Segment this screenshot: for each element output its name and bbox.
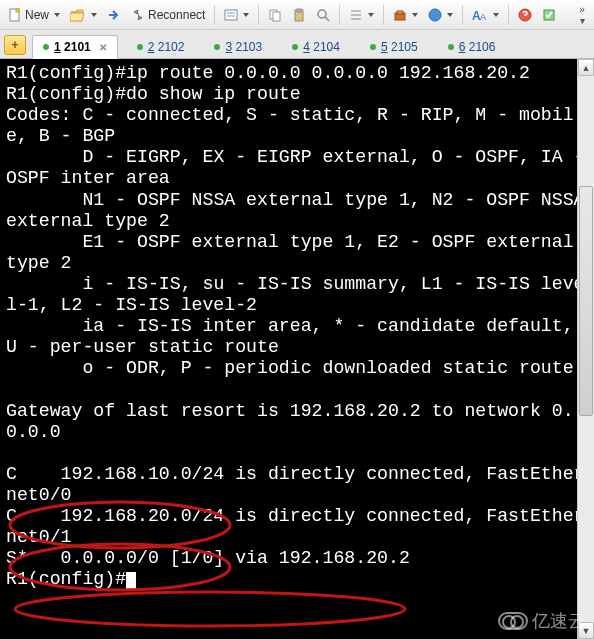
- open-button[interactable]: [66, 6, 101, 24]
- new-button-label: New: [25, 8, 49, 22]
- tab-2[interactable]: 2 2102: [126, 35, 196, 58]
- separator: [462, 5, 463, 25]
- tab-4[interactable]: 4 2104: [281, 35, 351, 58]
- dropdown-icon: [412, 13, 418, 17]
- copy-icon: [268, 8, 282, 22]
- search-icon: [316, 8, 330, 22]
- svg-rect-1: [16, 9, 19, 12]
- tab-3[interactable]: 3 2103: [203, 35, 273, 58]
- check-button[interactable]: [538, 6, 560, 24]
- separator: [339, 5, 340, 25]
- dropdown-icon: [54, 13, 60, 17]
- separator: [258, 5, 259, 25]
- terminal-cursor: [126, 572, 136, 589]
- scroll-track[interactable]: [578, 76, 594, 622]
- help-button[interactable]: [514, 6, 536, 24]
- dropdown-icon: [447, 13, 453, 17]
- dropdown-icon: [493, 13, 499, 17]
- folder-open-icon: [70, 8, 86, 22]
- globe-icon: [428, 8, 442, 22]
- svg-rect-8: [297, 9, 301, 12]
- check-icon: [542, 8, 556, 22]
- globe-button[interactable]: [424, 6, 457, 24]
- svg-rect-6: [273, 12, 280, 21]
- svg-line-10: [325, 17, 329, 21]
- svg-rect-15: [397, 11, 403, 14]
- tools-button[interactable]: [389, 6, 422, 24]
- status-dot-icon: [214, 44, 220, 50]
- toolbox-icon: [393, 8, 407, 22]
- dropdown-icon: [243, 13, 249, 17]
- svg-point-9: [318, 10, 326, 18]
- font-button[interactable]: AA: [468, 6, 503, 24]
- svg-point-16: [429, 9, 441, 21]
- find-button[interactable]: [312, 6, 334, 24]
- scroll-thumb[interactable]: [579, 186, 593, 416]
- status-dot-icon: [43, 44, 49, 50]
- dropdown-icon: [368, 13, 374, 17]
- status-dot-icon: [292, 44, 298, 50]
- help-icon: [518, 8, 532, 22]
- terminal[interactable]: R1(config)#ip route 0.0.0.0 0.0.0.0 192.…: [0, 59, 594, 639]
- reconnect-button[interactable]: Reconnect: [127, 6, 209, 24]
- toolbar-overflow[interactable]: »▾: [574, 4, 590, 26]
- new-button[interactable]: New: [4, 6, 64, 24]
- forward-button[interactable]: [103, 6, 125, 24]
- main-toolbar: New Reconnect AA: [0, 0, 594, 30]
- properties-icon: [224, 8, 238, 22]
- add-tab-button[interactable]: +: [4, 35, 26, 55]
- options-button[interactable]: [345, 6, 378, 24]
- scroll-up-button[interactable]: ▲: [578, 59, 594, 76]
- reconnect-label: Reconnect: [148, 8, 205, 22]
- separator: [508, 5, 509, 25]
- font-icon: AA: [472, 8, 488, 22]
- tab-1[interactable]: 1 2101 ✕: [32, 35, 118, 59]
- new-file-icon: [8, 8, 22, 22]
- separator: [383, 5, 384, 25]
- list-icon: [349, 8, 363, 22]
- dropdown-icon: [91, 13, 97, 17]
- status-dot-icon: [137, 44, 143, 50]
- close-tab-icon[interactable]: ✕: [99, 42, 107, 53]
- paste-button[interactable]: [288, 6, 310, 24]
- properties-button[interactable]: [220, 6, 253, 24]
- terminal-pane: R1(config)#ip route 0.0.0.0 0.0.0.0 192.…: [0, 59, 594, 639]
- scroll-down-button[interactable]: ▼: [578, 622, 594, 639]
- tab-5[interactable]: 5 2105: [359, 35, 429, 58]
- scrollbar: ▲ ▼: [577, 59, 594, 639]
- copy-button[interactable]: [264, 6, 286, 24]
- status-dot-icon: [370, 44, 376, 50]
- paste-icon: [292, 8, 306, 22]
- status-dot-icon: [448, 44, 454, 50]
- tab-bar: + 1 2101 ✕ 2 2102 3 2103 4 2104 5 2105 6…: [0, 30, 594, 59]
- svg-rect-2: [225, 10, 237, 20]
- tab-6[interactable]: 6 2106: [437, 35, 507, 58]
- svg-text:A: A: [480, 12, 486, 22]
- reconnect-icon: [131, 8, 145, 22]
- arrow-right-icon: [107, 8, 121, 22]
- separator: [214, 5, 215, 25]
